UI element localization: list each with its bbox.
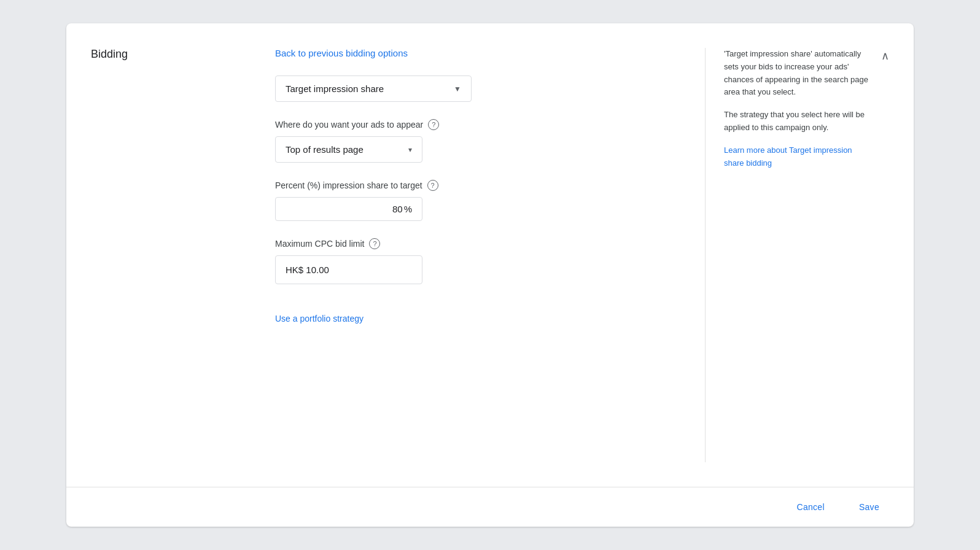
where-to-appear-dropdown[interactable]: Top of results page ▾ (275, 136, 422, 163)
impression-share-input-wrapper: % (275, 197, 422, 221)
max-cpc-group: Maximum CPC bid limit ? (275, 238, 680, 284)
where-to-appear-help-icon[interactable]: ? (428, 119, 439, 130)
where-to-appear-selected: Top of results page (286, 144, 364, 155)
modal-container: Bidding Back to previous bidding options… (66, 23, 914, 527)
where-to-appear-label-text: Where do you want your ads to appear (275, 120, 423, 130)
learn-more-link[interactable]: Learn more about Target impression share… (724, 145, 852, 168)
max-cpc-input[interactable] (286, 265, 412, 275)
section-title: Bidding (91, 48, 128, 60)
impression-share-group: Percent (%) impression share to target ?… (275, 180, 680, 221)
back-link[interactable]: Back to previous bidding options (275, 48, 408, 58)
right-panel-header: 'Target impression share' automatically … (724, 48, 889, 169)
right-panel: 'Target impression share' automatically … (705, 48, 914, 462)
info-description-2: The strategy that you select here will b… (724, 109, 874, 134)
modal-footer: Cancel Save (66, 487, 914, 527)
sidebar: Bidding (66, 48, 226, 462)
bidding-strategy-wrapper: Target impression share ▼ (275, 76, 680, 102)
bidding-strategy-label: Target impression share (286, 83, 384, 94)
impression-share-label-text: Percent (%) impression share to target (275, 180, 422, 190)
impression-share-help-icon[interactable]: ? (427, 180, 438, 191)
impression-share-input[interactable] (286, 204, 403, 214)
max-cpc-label-text: Maximum CPC bid limit (275, 239, 364, 249)
portfolio-strategy-link[interactable]: Use a portfolio strategy (275, 314, 364, 323)
where-to-appear-group: Where do you want your ads to appear ? T… (275, 119, 680, 163)
right-panel-text: 'Target impression share' automatically … (724, 48, 874, 169)
percent-suffix: % (404, 204, 412, 214)
collapse-icon[interactable]: ∧ (881, 49, 889, 63)
max-cpc-help-icon[interactable]: ? (369, 238, 380, 249)
where-to-appear-label-row: Where do you want your ads to appear ? (275, 119, 680, 130)
info-description-1: 'Target impression share' automatically … (724, 48, 874, 99)
bidding-strategy-arrow-icon: ▼ (454, 85, 461, 93)
where-to-appear-arrow-icon: ▾ (408, 145, 412, 154)
modal-body: Bidding Back to previous bidding options… (66, 23, 914, 487)
impression-share-label-row: Percent (%) impression share to target ? (275, 180, 680, 191)
max-cpc-input-wrapper (275, 255, 422, 284)
max-cpc-label-row: Maximum CPC bid limit ? (275, 238, 680, 249)
save-button[interactable]: Save (849, 497, 889, 517)
bidding-strategy-dropdown[interactable]: Target impression share ▼ (275, 76, 472, 102)
main-content: Back to previous bidding options Target … (226, 48, 705, 462)
cancel-button[interactable]: Cancel (787, 497, 834, 517)
